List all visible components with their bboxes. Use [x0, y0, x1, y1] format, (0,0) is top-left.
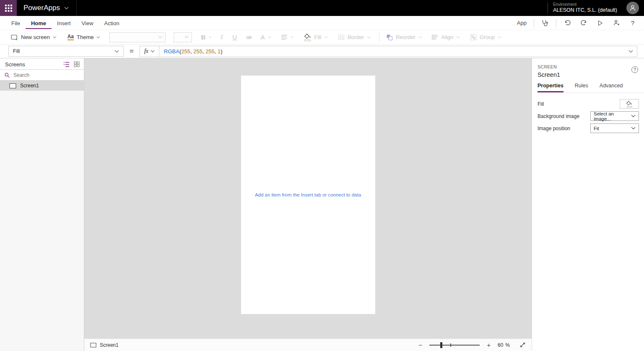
formula-separator: ,	[190, 48, 193, 55]
app-title-dropdown[interactable]: PowerApps	[23, 4, 69, 12]
background-image-label: Background image	[538, 113, 579, 119]
background-image-value: Select an image...	[594, 111, 631, 121]
zoom-value: 60	[498, 342, 503, 348]
zoom-slider-notch	[449, 345, 452, 346]
menu-home[interactable]: Home	[26, 17, 52, 29]
chevron-down-icon	[53, 36, 57, 39]
chevron-down-icon	[268, 36, 271, 38]
share-icon[interactable]	[611, 18, 622, 28]
chevron-down-icon	[456, 36, 460, 39]
connect-to-data-link[interactable]: connect to data	[328, 192, 361, 197]
screens-panel-title: Screens	[5, 61, 25, 68]
redo-icon[interactable]	[578, 18, 589, 28]
font-color-icon: A	[261, 34, 265, 41]
environment-value: ALESON ITC, S.L. (default)	[553, 7, 617, 14]
border-button[interactable]: Border	[338, 34, 371, 40]
formula-separator: ,	[203, 48, 205, 55]
align-button[interactable]: Align	[431, 34, 460, 40]
person-icon	[629, 4, 636, 12]
menu-action[interactable]: Action	[99, 17, 125, 29]
new-screen-button[interactable]: New screen	[11, 34, 57, 41]
equals-sign: =	[130, 47, 134, 55]
property-row-image-position: Image position Fit	[538, 123, 639, 133]
fill-color-picker-button[interactable]	[620, 99, 639, 109]
zoom-out-button[interactable]: −	[418, 342, 422, 348]
tab-rules[interactable]: Rules	[575, 83, 588, 92]
search-icon	[4, 72, 10, 78]
formula-arg: 255	[181, 48, 190, 55]
canvas-viewport: Add an item from the Insert tab or conne…	[84, 58, 532, 338]
property-selector-dropdown[interactable]: Fill	[8, 46, 124, 57]
theme-label: Theme	[77, 34, 93, 40]
panel-help-icon[interactable]: ?	[631, 66, 638, 73]
border-label: Border	[348, 34, 364, 40]
screens-search-box	[0, 69, 84, 81]
formula-bar: Fill = fx RGBA(255, 255, 255, 1)	[0, 45, 644, 58]
fx-dropdown[interactable]: fx	[140, 46, 159, 57]
font-color-button[interactable]: A	[261, 34, 271, 41]
app-checker-icon[interactable]	[540, 18, 551, 28]
empty-screen-hint-text: Add an item from the Insert tab or	[255, 192, 328, 197]
chevron-down-icon	[498, 36, 501, 39]
image-position-dropdown[interactable]: Fit	[590, 123, 639, 133]
properties-panel: SCREEN ? Screen1 Properties Rules Advanc…	[532, 58, 644, 351]
chevron-down-icon	[96, 36, 100, 39]
chevron-down-icon	[631, 115, 636, 118]
menu-view[interactable]: View	[76, 17, 99, 29]
italic-button[interactable]: I	[221, 34, 223, 41]
theme-button[interactable]: Aa Theme	[68, 34, 101, 40]
panel-tabs: Properties Rules Advanced	[538, 83, 644, 93]
avatar[interactable]	[626, 2, 639, 14]
tab-advanced[interactable]: Advanced	[600, 83, 623, 92]
group-label: Group	[480, 34, 495, 40]
topbar-divider	[76, 0, 77, 16]
screen-item-label: Screen1	[20, 83, 39, 89]
text-align-button[interactable]	[281, 34, 294, 40]
screen-list-item[interactable]: Screen1	[0, 81, 84, 91]
fill-color-button[interactable]: Fill	[304, 34, 328, 41]
reorder-button[interactable]: Reorder	[386, 34, 422, 41]
menu-file[interactable]: File	[6, 17, 26, 29]
border-icon	[338, 34, 345, 40]
statusbar-screen-item[interactable]: Screen1	[90, 342, 119, 348]
zoom-slider[interactable]	[429, 342, 480, 348]
help-icon[interactable]: ?	[627, 18, 638, 28]
align-label: Align	[441, 34, 453, 40]
thumbnail-view-icon[interactable]	[74, 61, 80, 67]
screen-design-surface[interactable]: Add an item from the Insert tab or conne…	[241, 76, 375, 314]
waffle-icon	[5, 5, 12, 12]
screen-icon	[90, 343, 96, 348]
background-image-dropdown[interactable]: Select an image...	[590, 111, 639, 121]
fill-label: Fill	[314, 34, 322, 40]
formula-arg: 255	[193, 48, 203, 55]
strikethrough-button[interactable]: ab	[246, 34, 252, 40]
fill-swatch	[304, 39, 311, 41]
list-view-icon[interactable]	[63, 62, 69, 67]
new-screen-label: New screen	[21, 34, 50, 40]
search-input[interactable]	[13, 72, 72, 78]
font-family-dropdown[interactable]	[109, 32, 166, 42]
preview-play-icon[interactable]	[595, 18, 605, 28]
undo-icon[interactable]	[562, 18, 573, 28]
fit-to-window-icon[interactable]	[519, 342, 526, 348]
formula-input[interactable]: RGBA(255, 255, 255, 1)	[159, 48, 628, 55]
formula-bar-expand-chevron[interactable]	[628, 50, 637, 53]
ribbon-divider	[379, 33, 379, 42]
zoom-in-button[interactable]: +	[487, 342, 491, 348]
menu-insert[interactable]: Insert	[52, 17, 76, 29]
property-row-background-image: Background image Select an image...	[538, 111, 639, 121]
bold-icon: B	[201, 34, 205, 41]
chevron-down-icon	[324, 36, 328, 39]
zoom-unit: %	[505, 342, 510, 348]
chevron-down-icon	[291, 36, 294, 38]
underline-button[interactable]: U	[232, 34, 237, 41]
zoom-slider-handle[interactable]	[440, 342, 442, 348]
bold-button[interactable]: B	[201, 34, 212, 41]
tab-properties[interactable]: Properties	[538, 83, 564, 92]
waffle-menu-button[interactable]	[0, 0, 17, 16]
align-objects-icon	[431, 34, 438, 40]
group-button[interactable]: Group	[470, 34, 501, 41]
app-target-label: App	[517, 20, 527, 26]
font-size-dropdown[interactable]	[174, 32, 192, 42]
environment-info[interactable]: Environment ALESON ITC, S.L. (default)	[553, 2, 617, 14]
